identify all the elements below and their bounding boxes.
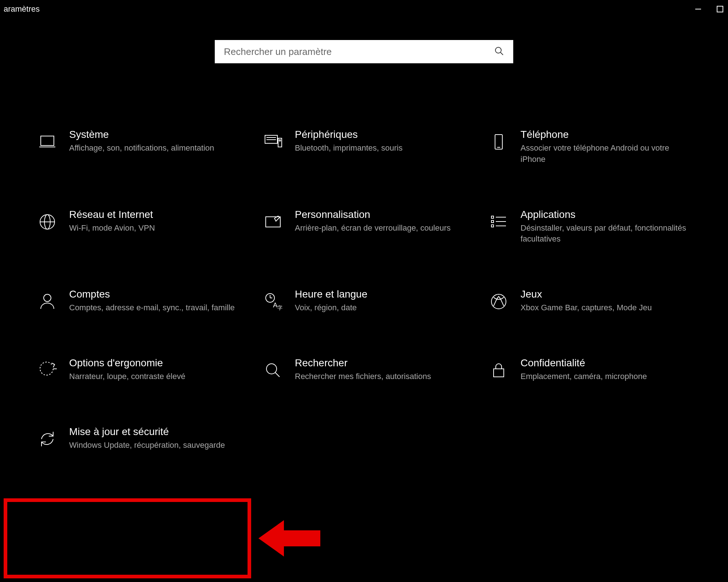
titlebar: aramètres [0,0,728,18]
category-desc: Windows Update, récupération, sauvegarde [69,440,240,451]
settings-grid: Système Affichage, son, notifications, a… [0,63,728,451]
update-icon [36,428,58,450]
ease-icon [36,359,58,381]
category-phone[interactable]: Téléphone Associer votre téléphone Andro… [488,129,692,165]
svg-point-2 [495,47,501,53]
category-title: Confidentialité [521,357,692,369]
time-lang-icon: A字 [262,291,284,312]
category-title: Heure et langue [295,288,466,300]
keyboard-icon [262,131,284,153]
category-desc: Voix, région, date [295,302,466,314]
category-accounts[interactable]: Comptes Comptes, adresse e-mail, sync., … [36,288,240,314]
category-title: Mise à jour et sécurité [69,426,240,438]
svg-marker-34 [258,520,320,557]
category-desc: Affichage, son, notifications, alimentat… [69,143,240,154]
window-title: aramètres [4,4,40,14]
svg-text:A: A [273,302,277,309]
category-title: Options d'ergonomie [69,357,240,369]
category-title: Rechercher [295,357,466,369]
arrow-annotation [258,517,324,562]
search-row [0,40,728,63]
svg-point-10 [279,140,281,141]
search-icon [494,46,504,57]
category-title: Réseau et Internet [69,209,240,220]
window-controls [694,5,724,13]
maximize-button[interactable] [716,5,724,13]
search-input[interactable] [224,46,494,57]
category-title: Applications [521,209,692,220]
laptop-icon [36,131,58,153]
category-desc: Désinstaller, valeurs par défaut, foncti… [521,223,692,245]
search-box[interactable] [215,40,513,63]
category-desc: Emplacement, caméra, microphone [521,371,692,382]
svg-text:字: 字 [277,305,282,311]
category-personalization[interactable]: Personnalisation Arrière-plan, écran de … [262,209,466,245]
category-title: Personnalisation [295,209,466,220]
category-devices[interactable]: Périphériques Bluetooth, imprimantes, so… [262,129,466,165]
svg-point-23 [44,294,51,302]
svg-rect-19 [491,225,494,227]
globe-icon [36,211,58,233]
category-privacy[interactable]: Confidentialité Emplacement, caméra, mic… [488,357,692,382]
category-search[interactable]: Rechercher Rechercher mes fichiers, auto… [262,357,466,382]
svg-rect-1 [717,6,723,12]
category-desc: Wi-Fi, mode Avion, VPN [69,223,240,234]
svg-rect-4 [41,136,54,146]
category-time-language[interactable]: A字 Heure et langue Voix, région, date [262,288,466,314]
svg-line-32 [275,372,280,377]
category-desc: Bluetooth, imprimantes, souris [295,143,466,154]
category-title: Comptes [69,288,240,300]
xbox-icon [488,291,510,312]
category-update-security[interactable]: Mise à jour et sécurité Windows Update, … [36,426,240,451]
apps-icon [488,211,510,233]
svg-rect-18 [491,220,494,223]
category-desc: Associer votre téléphone Android ou votr… [521,143,692,165]
svg-rect-16 [266,217,280,227]
category-ease-of-access[interactable]: Options d'ergonomie Narrateur, loupe, co… [36,357,240,382]
lock-icon [488,359,510,381]
category-desc: Xbox Game Bar, captures, Mode Jeu [521,302,692,314]
category-desc: Rechercher mes fichiers, autorisations [295,371,466,382]
category-desc: Arrière-plan, écran de verrouillage, cou… [295,223,466,234]
svg-rect-33 [494,369,504,377]
category-network[interactable]: Réseau et Internet Wi-Fi, mode Avion, VP… [36,209,240,245]
svg-line-3 [500,52,503,55]
magnifier-icon [262,359,284,381]
person-icon [36,291,58,312]
category-system[interactable]: Système Affichage, son, notifications, a… [36,129,240,165]
personalize-icon [262,211,284,233]
svg-point-31 [266,364,277,374]
category-title: Téléphone [521,129,692,140]
svg-rect-17 [491,216,494,218]
category-title: Système [69,129,240,140]
category-apps[interactable]: Applications Désinstaller, valeurs par d… [488,209,692,245]
category-title: Périphériques [295,129,466,140]
category-title: Jeux [521,288,692,300]
category-desc: Comptes, adresse e-mail, sync., travail,… [69,302,240,314]
category-desc: Narrateur, loupe, contraste élevé [69,371,240,382]
minimize-button[interactable] [694,5,703,13]
category-gaming[interactable]: Jeux Xbox Game Bar, captures, Mode Jeu [488,288,692,314]
highlight-annotation [4,498,251,578]
phone-icon [488,131,510,153]
